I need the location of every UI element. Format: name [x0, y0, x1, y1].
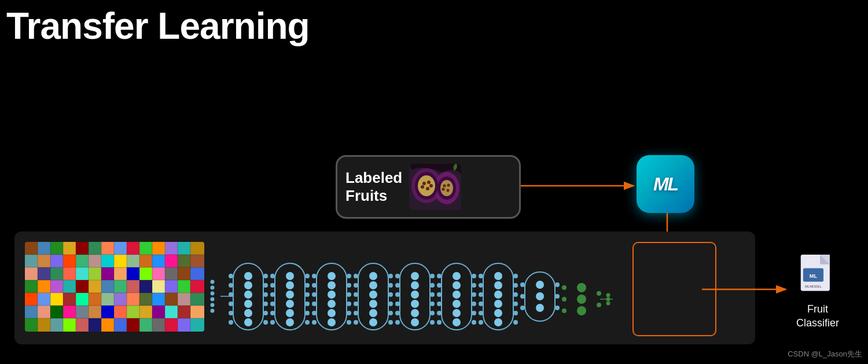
svg-rect-109	[76, 318, 89, 332]
svg-rect-47	[178, 255, 190, 267]
svg-point-201	[347, 320, 351, 325]
svg-rect-104	[190, 306, 204, 318]
svg-point-154	[229, 292, 233, 297]
svg-point-15	[447, 189, 450, 192]
svg-point-251	[437, 311, 442, 315]
svg-point-197	[347, 283, 351, 288]
svg-rect-113	[127, 318, 139, 332]
svg-point-258	[472, 320, 476, 325]
svg-rect-29	[127, 242, 139, 255]
svg-rect-64	[38, 280, 50, 293]
svg-rect-45	[152, 255, 165, 267]
svg-point-143	[211, 309, 215, 313]
svg-point-264	[494, 309, 502, 317]
svg-point-12	[443, 185, 446, 187]
svg-point-207	[369, 309, 377, 317]
labeled-fruits-box: Labeled Fruits	[336, 155, 521, 219]
svg-rect-63	[25, 280, 38, 293]
svg-point-227	[411, 318, 419, 326]
svg-point-272	[513, 274, 518, 278]
svg-point-245	[453, 309, 461, 317]
svg-rect-53	[76, 267, 89, 280]
svg-point-5	[422, 182, 426, 185]
svg-rect-55	[101, 267, 114, 280]
svg-rect-96	[89, 306, 101, 318]
svg-rect-25	[76, 242, 89, 255]
arrow-fruits-to-ml	[521, 183, 637, 194]
svg-point-192	[312, 292, 317, 297]
classifier-file-icon: ML MLMODEL	[795, 255, 841, 298]
svg-rect-70	[114, 280, 127, 293]
watermark: CSDN @L_Jason先生	[788, 349, 862, 359]
svg-rect-34	[190, 242, 204, 255]
svg-point-267	[479, 283, 483, 288]
svg-point-287	[555, 306, 560, 310]
svg-point-246	[453, 318, 461, 326]
svg-point-173	[270, 292, 275, 297]
fruit-image	[409, 164, 461, 210]
svg-rect-99	[127, 306, 139, 318]
svg-rect-65	[50, 280, 63, 293]
svg-point-184	[328, 272, 336, 280]
svg-point-286	[555, 294, 560, 299]
svg-point-189	[328, 318, 336, 326]
svg-point-172	[270, 283, 275, 288]
svg-rect-98	[114, 306, 127, 318]
svg-point-147	[244, 281, 252, 289]
svg-point-279	[536, 281, 544, 289]
svg-rect-79	[50, 293, 63, 306]
svg-point-151	[244, 318, 252, 326]
svg-rect-69	[101, 280, 114, 293]
svg-rect-85	[127, 293, 139, 306]
svg-point-198	[347, 292, 351, 297]
svg-point-254	[472, 283, 476, 288]
svg-point-204	[369, 281, 377, 289]
svg-rect-52	[63, 267, 76, 280]
svg-point-288	[577, 283, 586, 292]
svg-point-229	[395, 283, 400, 288]
svg-point-237	[430, 302, 435, 306]
svg-point-178	[305, 283, 310, 288]
svg-rect-111	[101, 318, 114, 332]
svg-rect-60	[165, 267, 178, 280]
svg-point-165	[286, 272, 294, 280]
svg-rect-88	[165, 293, 178, 306]
svg-point-160	[263, 292, 268, 297]
svg-rect-51	[50, 267, 63, 280]
svg-rect-58	[139, 267, 152, 280]
svg-point-268	[479, 292, 483, 297]
svg-rect-107	[50, 318, 63, 332]
svg-point-162	[263, 311, 268, 315]
svg-rect-35	[25, 255, 38, 267]
svg-point-9	[429, 184, 433, 187]
svg-point-241	[453, 272, 461, 280]
svg-point-161	[263, 302, 268, 306]
svg-rect-74	[165, 280, 178, 293]
svg-rect-90	[190, 293, 204, 306]
svg-rect-48	[190, 255, 204, 267]
svg-rect-44	[139, 255, 152, 267]
svg-point-239	[430, 320, 435, 325]
svg-point-270	[479, 311, 483, 315]
svg-point-187	[328, 300, 336, 308]
svg-point-157	[229, 320, 233, 325]
svg-point-194	[312, 311, 317, 315]
svg-point-274	[513, 292, 518, 297]
svg-rect-33	[178, 242, 190, 255]
svg-rect-57	[127, 267, 139, 280]
svg-rect-91	[25, 306, 38, 318]
svg-point-232	[395, 311, 400, 315]
svg-point-215	[388, 274, 393, 278]
ml-icon: ML	[637, 155, 694, 213]
svg-point-14	[442, 188, 445, 191]
svg-rect-115	[152, 318, 165, 332]
svg-rect-116	[165, 318, 178, 332]
svg-rect-77	[25, 293, 38, 306]
svg-point-292	[597, 303, 601, 307]
svg-rect-95	[76, 306, 89, 318]
svg-point-186	[328, 291, 336, 299]
svg-point-266	[479, 274, 483, 278]
svg-point-289	[577, 295, 586, 304]
svg-point-140	[211, 292, 215, 296]
page-title: Transfer Learning	[6, 5, 310, 47]
